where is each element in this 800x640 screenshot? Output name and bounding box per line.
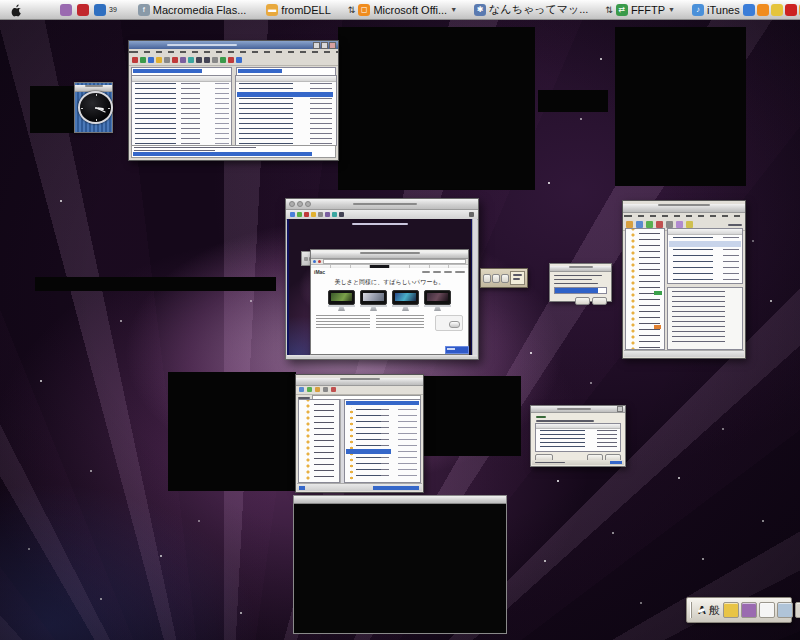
folder-icon[interactable]: ▬ fromDELL [263, 4, 334, 16]
play-button[interactable] [492, 274, 500, 283]
imac-image[interactable] [360, 290, 387, 312]
dialog-title-bar[interactable] [531, 406, 625, 413]
explorer-toolbar[interactable] [296, 386, 423, 395]
ftp-remote-pane[interactable] [235, 75, 337, 146]
ime-options-icon[interactable] [795, 602, 800, 618]
status-icons [743, 4, 800, 16]
ftp-toolbar[interactable] [129, 55, 338, 66]
browser-content[interactable]: iMac 美しさと同様に、すばらしいパワーも。 [311, 268, 468, 354]
imac-gallery[interactable] [311, 290, 468, 312]
buy-box[interactable] [435, 315, 463, 331]
redacted-titled-window[interactable] [293, 495, 507, 634]
ime-language-bar[interactable]: A 般 [686, 597, 792, 623]
palette-icon[interactable] [60, 4, 72, 16]
mail-title-bar[interactable] [623, 204, 745, 213]
ime-help-icon[interactable] [759, 602, 775, 618]
imac-image[interactable] [424, 290, 451, 312]
progress-dialog[interactable] [549, 263, 612, 302]
vm-browser-window[interactable]: iMac 美しさと同様に、すばらしいパワーも。 [310, 249, 469, 355]
progress-bar [554, 287, 607, 294]
file-rows [346, 407, 419, 481]
stop-button[interactable] [501, 274, 509, 283]
vm-remote-desktop-window[interactable]: iMac 美しさと同様に、すばらしいパワーも。 [285, 198, 479, 360]
dialog-bottom-bar [532, 460, 624, 465]
imac-image[interactable] [392, 290, 419, 312]
ffftp-icon[interactable]: ⇅ ⇄ FFFTP ▼ [605, 4, 675, 16]
unread-badge [654, 291, 662, 295]
dialog-title-bar[interactable] [550, 266, 611, 272]
globe-icon[interactable] [94, 4, 106, 16]
redacted-window[interactable] [538, 90, 608, 112]
drag-grip[interactable] [690, 602, 692, 618]
window-title-bar[interactable] [294, 496, 506, 504]
vm-taskbar-piece[interactable] [445, 346, 469, 354]
desktop: 39 f Macromedia Flas... ▬ fromDELL [0, 0, 800, 640]
mail-preview-pane[interactable] [667, 287, 743, 350]
apple-menu[interactable] [10, 3, 22, 17]
office-icon[interactable]: ⇅ ◻ Microsoft Offi... ▼ [348, 4, 457, 16]
ime-dictionary-icon[interactable] [741, 602, 757, 618]
music-note-icon[interactable] [743, 4, 755, 16]
analog-clock [78, 91, 113, 124]
redacted-window[interactable] [424, 376, 521, 456]
update-list-box[interactable] [535, 423, 621, 452]
ftp-local-pane[interactable] [131, 75, 232, 146]
list-selected-row[interactable] [346, 449, 391, 454]
menu-item-label: FFFTP [631, 4, 665, 16]
selected-row[interactable] [237, 92, 333, 97]
vm-screen[interactable]: iMac 美しさと同様に、すばらしいパワーも。 [287, 219, 473, 355]
shield-alert-icon[interactable] [771, 4, 783, 16]
clock-widget-window[interactable] [74, 82, 113, 133]
rewind-button[interactable] [483, 274, 491, 283]
itunes-icon[interactable]: ♪ iTunes [689, 4, 743, 16]
vm-desktop-caption [287, 223, 473, 225]
ime-conversion-mode[interactable]: 般 [709, 603, 720, 618]
message-body-text [672, 291, 738, 346]
file-list [133, 82, 230, 144]
browser-title-bar[interactable] [311, 252, 468, 259]
explorer-title-bar[interactable] [296, 378, 423, 386]
nanchatte-mac-icon[interactable]: ✱ なんちゃってマッ... [471, 2, 591, 17]
window-controls[interactable] [313, 42, 336, 49]
mail-message-list[interactable] [667, 228, 743, 284]
menu-item-label: Macromedia Flas... [153, 4, 247, 16]
list-selected-row[interactable] [669, 241, 741, 247]
redacted-window[interactable] [615, 27, 746, 186]
update-dialog[interactable] [530, 405, 626, 467]
redacted-window[interactable] [35, 277, 276, 291]
address-field[interactable] [323, 259, 466, 264]
close-icon[interactable] [617, 406, 623, 412]
redacted-window[interactable] [30, 86, 74, 133]
menu-bar-left: 39 f Macromedia Flas... ▬ fromDELL [0, 2, 743, 17]
vm-title-bar[interactable] [286, 199, 478, 210]
menu-badge: 39 [109, 6, 117, 13]
ftp-log-area[interactable] [131, 145, 336, 158]
ime-props-icon[interactable] [777, 602, 793, 618]
dialog-button[interactable] [575, 297, 590, 305]
ftp-client-window[interactable] [128, 40, 339, 161]
ime-pen-icon[interactable] [723, 602, 739, 618]
explorer-file-list[interactable] [344, 399, 421, 483]
redacted-window[interactable] [168, 372, 296, 491]
flash-icon[interactable]: f Macromedia Flas... [135, 4, 250, 16]
file-explorer-window[interactable] [295, 374, 424, 493]
window-controls[interactable] [289, 201, 311, 207]
page-subnav[interactable] [422, 271, 465, 273]
speaker-icon[interactable] [785, 4, 797, 16]
mini-player-window[interactable] [480, 268, 528, 288]
ftp-title-bar[interactable] [129, 41, 338, 49]
update-rows [537, 429, 619, 450]
pdf-icon[interactable] [77, 4, 89, 16]
mail-folder-tree[interactable] [625, 228, 665, 350]
imac-image[interactable] [328, 290, 355, 312]
selected-log-row [133, 152, 312, 156]
explorer-folder-tree[interactable] [298, 399, 340, 483]
redacted-window[interactable] [338, 27, 535, 190]
menu-bar-app-items: f Macromedia Flas... ▬ fromDELL ⇅ ◻ [135, 2, 743, 17]
dialog-button[interactable] [592, 297, 607, 305]
mail-client-window[interactable] [622, 200, 746, 359]
menu-item-label: iTunes [707, 4, 740, 16]
timer-icon[interactable] [757, 4, 769, 16]
mail-status-bar [624, 350, 744, 357]
vm-scrollbar[interactable] [472, 219, 477, 355]
